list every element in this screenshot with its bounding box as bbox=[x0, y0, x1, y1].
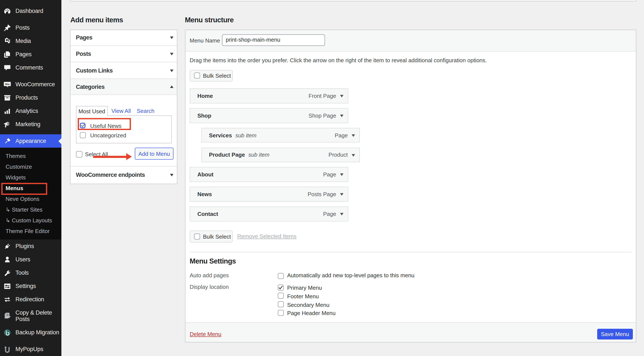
svg-text:Woo: Woo bbox=[5, 83, 10, 85]
